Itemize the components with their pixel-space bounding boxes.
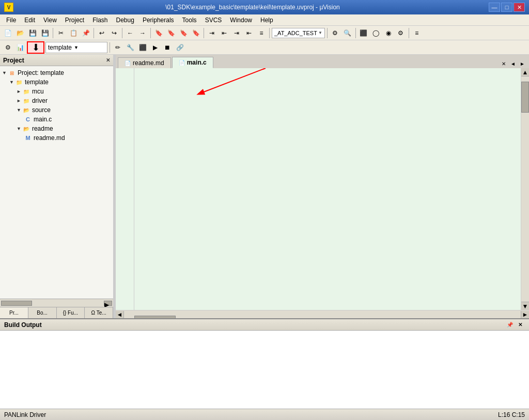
build-pin-button[interactable]: 📌 (505, 320, 515, 330)
bookmark2-button[interactable]: 🔖 (165, 27, 177, 39)
build-btn2[interactable]: ◯ (370, 27, 382, 39)
build-btn3[interactable]: ◉ (383, 27, 394, 39)
target-dropdown[interactable]: _AT_ADC_TEST ▼ (272, 28, 325, 38)
line-numbers (116, 68, 134, 310)
copy-button[interactable]: 📋 (68, 27, 79, 39)
menu-item-help[interactable]: Help (256, 15, 277, 25)
main-c-icon: C (24, 115, 32, 123)
tree-item-readme-folder[interactable]: ▼ 📂 readme (0, 124, 113, 133)
tb2-btn4[interactable]: 🔧 (125, 42, 136, 53)
hscroll-left-button[interactable]: ◄ (116, 311, 124, 318)
tab-readme-md[interactable]: 📄 readme.md (118, 57, 171, 68)
sep8 (355, 28, 356, 38)
cut-button[interactable]: ✂ (55, 27, 67, 39)
indent3-button[interactable]: ≡ (256, 27, 267, 39)
paste-button[interactable]: 📌 (80, 27, 91, 39)
tb2-btn3[interactable]: ✏ (112, 42, 123, 53)
project-panel-title: Project (3, 57, 24, 64)
menu-item-peripherals[interactable]: Peripherals (138, 15, 178, 25)
bookmark-button[interactable]: 🔖 (153, 27, 164, 39)
tree-item-mcu[interactable]: ► 📁 mcu (0, 87, 113, 96)
tab-project[interactable]: Pr... (0, 307, 28, 318)
tab-main-c[interactable]: 📄 main.c (172, 57, 213, 68)
menu-item-window[interactable]: Window (226, 15, 256, 25)
tb2-btn8[interactable]: 🔗 (174, 42, 185, 53)
more-button[interactable]: ≡ (411, 27, 423, 39)
menu-item-file[interactable]: File (2, 15, 20, 25)
nav-forward-button[interactable]: → (137, 27, 148, 39)
menu-item-svcs[interactable]: SVCS (201, 15, 226, 25)
outdent2-button[interactable]: ⇤ (243, 27, 255, 39)
bookmark3-button[interactable]: 🔖 (178, 27, 189, 39)
hscroll-right-btn[interactable]: ▶ (104, 301, 112, 306)
tree-item-readme-md[interactable]: M readme.md (0, 133, 113, 143)
scroll-up-button[interactable]: ▲ (521, 68, 529, 76)
code-container[interactable]: 点击下载按钮下载程序至EVB板 ▲ ▼ (116, 68, 529, 310)
close-all-tabs-button[interactable]: ✕ (499, 59, 508, 68)
menu-item-flash[interactable]: Flash (88, 15, 112, 25)
build-btn4[interactable]: ⚙ (395, 27, 407, 39)
tab-templates[interactable]: Ω Te... (85, 307, 113, 318)
code-hscroll[interactable]: ◄ ► (116, 310, 529, 318)
main-c-label: main.c (34, 116, 52, 123)
status-driver: PANLink Driver (4, 411, 46, 418)
tab-functions[interactable]: {} Fu... (57, 307, 85, 318)
tb2-btn7[interactable]: ⏹ (162, 42, 173, 53)
menu-item-tools[interactable]: Tools (178, 15, 201, 25)
minimize-button[interactable]: — (489, 3, 500, 12)
tree-item-driver[interactable]: ► 📁 driver (0, 96, 113, 105)
open-button[interactable]: 📂 (14, 27, 26, 39)
sep9 (409, 28, 409, 38)
indent-button[interactable]: ⇥ (206, 27, 217, 39)
manage-button[interactable]: ⚙ (330, 27, 341, 39)
redo-button[interactable]: ↪ (108, 27, 120, 39)
new-file-button[interactable]: 📄 (2, 27, 13, 39)
menu-item-view[interactable]: View (39, 15, 61, 25)
download-to-board-button[interactable]: ⬇ (27, 41, 44, 54)
tree-item-project[interactable]: ▼ ⊞ Project: template (0, 68, 113, 77)
scroll-down-button[interactable]: ▼ (521, 302, 529, 310)
scroll-track[interactable] (521, 76, 529, 302)
menu-item-debug[interactable]: Debug (112, 15, 138, 25)
project-name-label: template (48, 44, 72, 51)
nav-back-button[interactable]: ← (125, 27, 136, 39)
vscrollbar[interactable]: ▲ ▼ (521, 68, 529, 310)
panel-close-button[interactable]: ✕ (106, 57, 110, 63)
build-btn1[interactable]: ⬛ (358, 27, 369, 39)
tree-item-template[interactable]: ▼ 📁 template (0, 77, 113, 87)
tree-hscrollbar[interactable]: ▶ (0, 299, 113, 307)
hscroll-thumb[interactable] (1, 301, 32, 306)
outdent-button[interactable]: ⇤ (219, 27, 230, 39)
save-all-button[interactable]: 💾 (39, 27, 51, 39)
tree-item-main-c[interactable]: C main.c (0, 115, 113, 124)
tb2-btn6[interactable]: ▶ (149, 42, 161, 53)
indent2-button[interactable]: ⇥ (231, 27, 242, 39)
menu-item-project[interactable]: Project (61, 15, 88, 25)
scroll-thumb[interactable] (521, 82, 529, 113)
code-editor[interactable] (134, 68, 521, 310)
tab-books[interactable]: Bo... (28, 307, 57, 318)
save-button[interactable]: 💾 (27, 27, 38, 39)
tb2-btn1[interactable]: ⚙ (2, 42, 13, 53)
search-button[interactable]: 🔍 (342, 27, 353, 39)
bookmark4-button[interactable]: 🔖 (190, 27, 201, 39)
build-close-button[interactable]: ✕ (516, 320, 525, 330)
tree-item-source[interactable]: ▼ 📂 source (0, 105, 113, 115)
tb2-btn2[interactable]: 📊 (14, 42, 26, 53)
menu-item-edit[interactable]: Edit (20, 15, 39, 25)
scroll-tabs-left-button[interactable]: ◄ (508, 59, 518, 68)
hscroll-right-button[interactable]: ► (521, 311, 529, 318)
undo-button[interactable]: ↩ (96, 27, 107, 39)
target-name: _AT_ADC_TEST (274, 30, 317, 36)
project-name-dropdown[interactable]: template ▼ (45, 42, 107, 53)
driver-folder-icon: 📁 (22, 97, 30, 105)
driver-label: driver (32, 97, 48, 104)
mcu-label: mcu (32, 88, 44, 95)
tb2-btn5[interactable]: ⬛ (137, 42, 148, 53)
close-button[interactable]: ✕ (514, 3, 525, 12)
project-tree: ▼ ⊞ Project: template ▼ 📁 template ► 📁 m… (0, 66, 113, 299)
maximize-button[interactable]: □ (501, 3, 512, 12)
scroll-tabs-right-button[interactable]: ► (518, 59, 527, 68)
sep2 (94, 28, 94, 38)
hscroll-thumb[interactable] (134, 316, 176, 319)
